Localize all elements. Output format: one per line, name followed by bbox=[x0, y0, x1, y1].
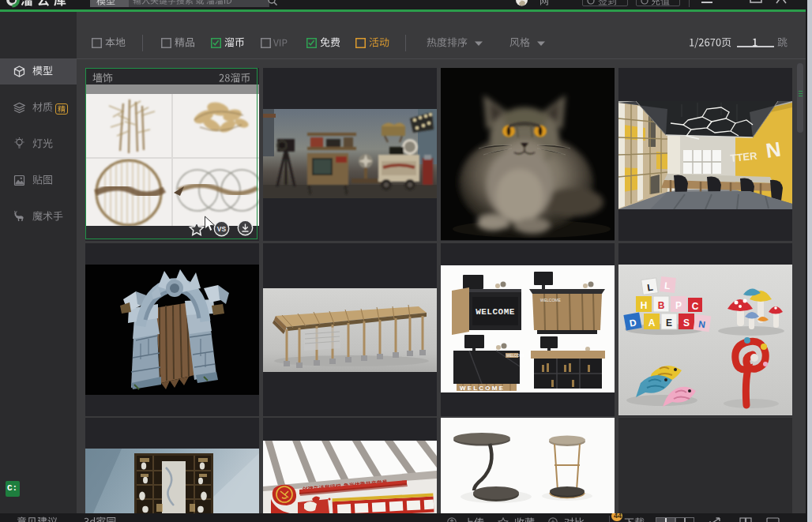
svg-text:B: B bbox=[658, 300, 665, 311]
svg-text:WELCOME: WELCOME bbox=[540, 298, 562, 302]
svg-text:P: P bbox=[675, 300, 682, 311]
svg-text:E: E bbox=[666, 317, 672, 329]
svg-text:WELCOME: WELCOME bbox=[460, 385, 505, 392]
svg-text:H: H bbox=[641, 300, 648, 311]
svg-text:S: S bbox=[683, 317, 690, 329]
svg-text:A: A bbox=[648, 317, 656, 329]
svg-text:L: L bbox=[664, 280, 671, 292]
svg-text:WELCOME: WELCOME bbox=[506, 354, 524, 358]
svg-text:C: C bbox=[692, 301, 699, 312]
svg-text:WELCOME: WELCOME bbox=[476, 307, 515, 317]
